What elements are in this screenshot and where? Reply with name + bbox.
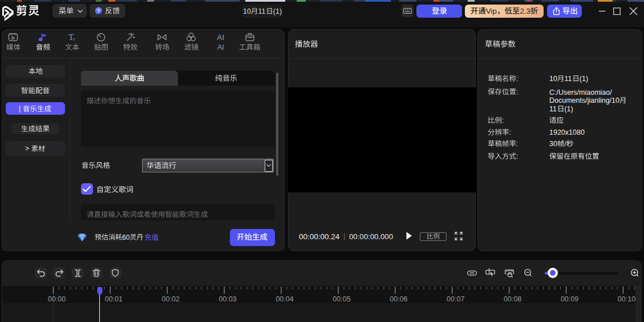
- svg-text:11: 11: [564, 75, 572, 83]
- svg-text:(1): (1): [564, 105, 573, 113]
- svg-text:Vip: Vip: [486, 7, 497, 15]
- svg-text:?: ?: [97, 8, 100, 14]
- svg-text:11: 11: [258, 7, 265, 15]
- svg-text:10: 10: [549, 75, 557, 83]
- svg-text::: :: [516, 88, 518, 96]
- svg-text:60: 60: [122, 234, 130, 242]
- svg-text:11: 11: [549, 105, 557, 113]
- svg-text::: :: [516, 152, 518, 160]
- svg-text:10: 10: [243, 7, 251, 15]
- svg-text:r: r: [73, 36, 75, 42]
- svg-text:(1): (1): [580, 75, 588, 83]
- svg-text:Documents/jianling/10: Documents/jianling/10: [549, 96, 619, 104]
- svg-text:(1): (1): [273, 7, 282, 15]
- svg-text:30: 30: [549, 140, 557, 148]
- svg-text:AI: AI: [217, 43, 224, 51]
- svg-text::: :: [509, 128, 511, 136]
- svg-text:C:/Users/miaomiao/: C:/Users/miaomiao/: [549, 88, 612, 96]
- svg-text::: :: [516, 75, 518, 83]
- svg-text:/: /: [564, 140, 566, 148]
- svg-text::: :: [516, 140, 518, 148]
- svg-text::: :: [502, 116, 504, 124]
- svg-text:2.3: 2.3: [520, 7, 530, 15]
- svg-text:1920x1080: 1920x1080: [549, 128, 585, 136]
